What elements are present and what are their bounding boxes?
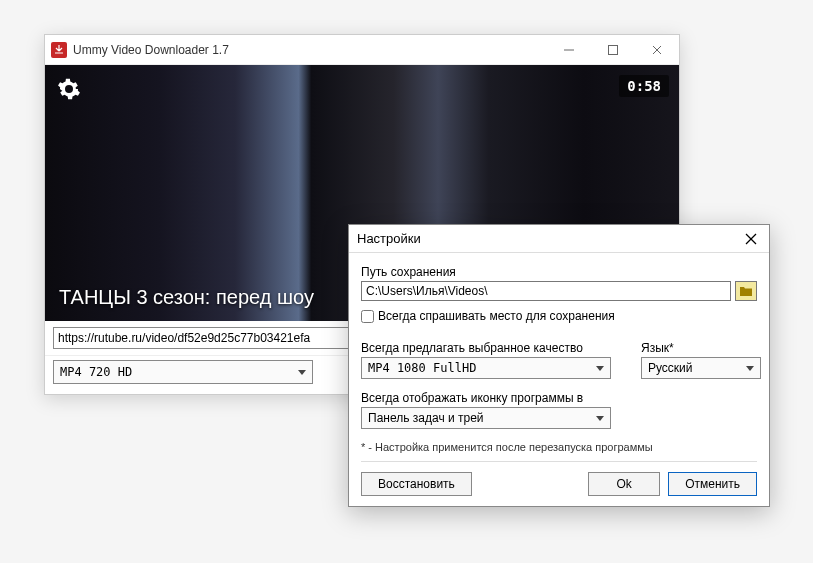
path-input[interactable] [361, 281, 731, 301]
ok-button[interactable]: Ok [588, 472, 660, 496]
video-caption: ТАНЦЫ 3 сезон: перед шоу [59, 286, 314, 309]
restore-button[interactable]: Восстановить [361, 472, 472, 496]
browse-button[interactable] [735, 281, 757, 301]
svg-rect-1 [609, 45, 618, 54]
divider [361, 461, 757, 462]
minimize-button[interactable] [547, 35, 591, 65]
path-row [361, 281, 757, 301]
lang-value: Русский [648, 361, 693, 375]
chevron-down-icon [746, 366, 754, 371]
ask-location-row: Всегда спрашивать место для сохранения [361, 309, 757, 323]
format-value: MP4 720 HD [60, 365, 132, 379]
app-icon [51, 42, 67, 58]
lang-select[interactable]: Русский [641, 357, 761, 379]
settings-dialog: Настройки Путь сохранения Всегда спрашив… [348, 224, 770, 507]
close-button[interactable] [635, 35, 679, 65]
quality-select[interactable]: MP4 1080 FullHD [361, 357, 611, 379]
settings-titlebar: Настройки [349, 225, 769, 253]
cancel-button[interactable]: Отменить [668, 472, 757, 496]
tray-select[interactable]: Панель задач и трей [361, 407, 611, 429]
settings-body: Путь сохранения Всегда спрашивать место … [349, 253, 769, 506]
chevron-down-icon [298, 370, 306, 375]
folder-icon [739, 285, 753, 297]
dialog-buttons: Восстановить Ok Отменить [361, 472, 757, 496]
video-duration: 0:58 [619, 75, 669, 97]
chevron-down-icon [596, 416, 604, 421]
titlebar: Ummy Video Downloader 1.7 [45, 35, 679, 65]
ask-location-checkbox[interactable] [361, 310, 374, 323]
window-title: Ummy Video Downloader 1.7 [73, 43, 547, 57]
lang-label: Язык* [641, 341, 761, 355]
chevron-down-icon [596, 366, 604, 371]
settings-title: Настройки [357, 231, 741, 246]
format-select[interactable]: MP4 720 HD [53, 360, 313, 384]
tray-value: Панель задач и трей [368, 411, 484, 425]
ask-location-label: Всегда спрашивать место для сохранения [378, 309, 615, 323]
gear-icon[interactable] [57, 77, 81, 101]
restart-note: * - Настройка применится после перезапус… [361, 441, 757, 453]
path-label: Путь сохранения [361, 265, 757, 279]
tray-label: Всегда отображать иконку программы в [361, 391, 757, 405]
quality-value: MP4 1080 FullHD [368, 361, 476, 375]
maximize-button[interactable] [591, 35, 635, 65]
settings-close-button[interactable] [741, 229, 761, 249]
quality-label: Всегда предлагать выбранное качество [361, 341, 611, 355]
